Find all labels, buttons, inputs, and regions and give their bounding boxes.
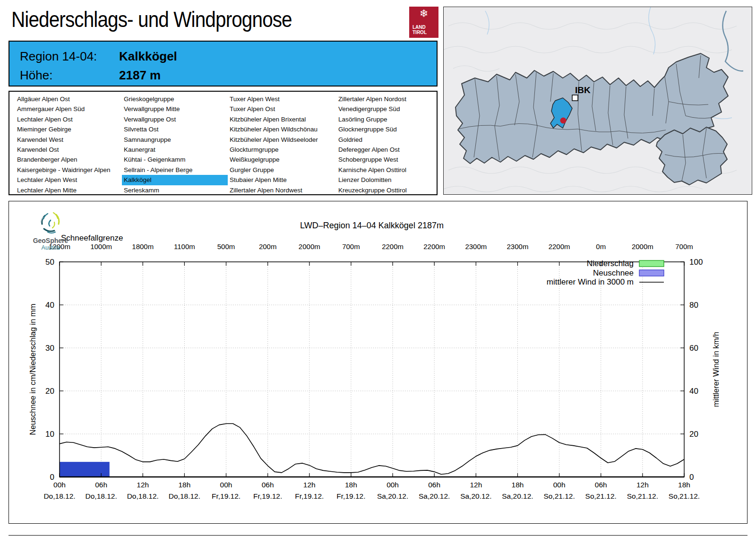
region-list-item[interactable]: Sellrain - Alpeiner Berge [122, 165, 228, 175]
svg-text:Niederschlag: Niederschlag [587, 259, 634, 268]
region-list-item[interactable]: Mieminger Gebirge [15, 124, 122, 134]
svg-text:700m: 700m [675, 242, 693, 251]
region-list-item[interactable]: Brandenberger Alpen [15, 155, 122, 164]
region-list-item[interactable]: Deferegger Alpen Ost [336, 145, 433, 155]
region-list-item[interactable]: Lechtaler Alpen West [15, 175, 122, 185]
region-list-item[interactable]: Gurgler Gruppe [228, 165, 335, 175]
region-list-item[interactable]: Goldried [336, 135, 433, 145]
svg-text:18hSa,20.12.: 18hSa,20.12. [502, 481, 533, 500]
svg-text:00hSa,20.12.: 00hSa,20.12. [377, 481, 408, 500]
svg-text:06hFr,19.12.: 06hFr,19.12. [253, 481, 282, 500]
svg-text:10: 10 [45, 430, 54, 439]
region-list-item[interactable]: Kalkkögel [122, 175, 228, 185]
region-list-column-3: Tuxer Alpen WestTuxer Alpen OstKitzbühel… [228, 94, 335, 195]
svg-text:12hFr,19.12.: 12hFr,19.12. [295, 481, 324, 500]
region-list-item[interactable]: Kaunergrat [122, 145, 228, 155]
svg-text:20: 20 [689, 430, 698, 439]
region-list-item[interactable]: Zillertaler Alpen Nordwest [228, 185, 335, 195]
geosphere-logo-icon [38, 211, 63, 235]
svg-text:18hDo,18.12.: 18hDo,18.12. [169, 481, 200, 500]
forecast-chart-panel: 0102030405002040608010000hDo,18.12.06hDo… [9, 201, 747, 524]
region-list-item[interactable]: Silvretta Ost [122, 124, 228, 134]
svg-text:12hSa,20.12.: 12hSa,20.12. [460, 481, 491, 500]
region-list-item[interactable]: Glocknergruppe Süd [336, 124, 433, 134]
land-tirol-logo: ❄ LAND TIROL [409, 7, 438, 38]
region-list-item[interactable]: Samnaungruppe [122, 135, 228, 145]
svg-text:mittlerer Wind in km/h: mittlerer Wind in km/h [712, 332, 720, 407]
region-list-item[interactable]: Grieskogelgruppe [122, 94, 228, 104]
geosphere-name: GeoSphere [22, 237, 79, 244]
svg-text:20: 20 [45, 387, 54, 396]
svg-text:06hDo,18.12.: 06hDo,18.12. [86, 481, 117, 500]
region-list-item[interactable]: Kühtai - Geigenkamm [122, 155, 228, 164]
svg-text:1800m: 1800m [132, 242, 154, 251]
region-list-item[interactable]: Zillertaler Alpen Nordost [336, 94, 433, 104]
region-list-item[interactable]: Karwendel West [15, 135, 122, 145]
region-list-item[interactable]: Tuxer Alpen West [228, 94, 335, 104]
svg-text:18hSo,21.12.: 18hSo,21.12. [669, 481, 700, 500]
svg-text:500m: 500m [217, 242, 235, 251]
forecast-chart-svg: 0102030405002040608010000hDo,18.12.06hDo… [9, 201, 747, 523]
svg-text:1000m: 1000m [90, 242, 112, 251]
svg-text:30: 30 [45, 344, 54, 353]
region-list-item[interactable]: Karnische Alpen Osttirol [336, 165, 433, 175]
tirol-region-map[interactable]: IBK [443, 7, 752, 195]
region-list-item[interactable]: Venedigergruppe Süd [336, 104, 433, 114]
region-list-item[interactable]: Lechtaler Alpen Mitte [15, 185, 122, 195]
region-list-item[interactable]: Verwallgruppe Ost [122, 114, 228, 124]
svg-text:200m: 200m [259, 242, 277, 251]
svg-text:2300m: 2300m [507, 242, 529, 251]
region-list-item[interactable]: Kitzbüheler Alpen Brixental [228, 114, 335, 124]
region-list-item[interactable]: Lienzer Dolomitten [336, 175, 433, 185]
svg-text:12hDo,18.12.: 12hDo,18.12. [127, 481, 159, 500]
region-list-column-1: Allgäuer Alpen OstAmmergauer Alpen SüdLe… [15, 94, 122, 195]
region-list-column-2: GrieskogelgruppeVerwallgruppe MitteVerwa… [122, 94, 228, 195]
svg-text:700m: 700m [342, 242, 360, 251]
region-list-item[interactable]: Verwallgruppe Mitte [122, 104, 228, 114]
elevation-value: 2187 m [119, 68, 161, 83]
station-marker-dot [560, 118, 567, 124]
svg-text:06hSo,21.12.: 06hSo,21.12. [585, 481, 617, 500]
ibk-city-label: IBK [575, 85, 591, 95]
svg-text:2200m: 2200m [382, 242, 404, 251]
land-tirol-logo-text: LAND TIROL [412, 25, 427, 35]
region-list-item[interactable]: Lasörling Gruppe [336, 114, 433, 124]
region-list-item[interactable]: Weißkugelgruppe [228, 155, 335, 164]
region-list: Allgäuer Alpen OstAmmergauer Alpen SüdLe… [9, 91, 438, 195]
region-list-item[interactable]: Allgäuer Alpen Ost [15, 94, 122, 104]
region-list-item[interactable]: Karwendel Ost [15, 145, 122, 155]
svg-text:mittlerer Wind in 3000 m: mittlerer Wind in 3000 m [547, 277, 634, 286]
svg-text:40: 40 [689, 387, 698, 396]
svg-text:0m: 0m [596, 242, 606, 251]
region-list-item[interactable]: Glockturmgruppe [228, 145, 335, 155]
region-list-item[interactable]: Kaisergebirge - Waidringer Alpen [15, 165, 122, 175]
svg-text:2300m: 2300m [465, 242, 487, 251]
region-list-item[interactable]: Stubaier Alpen Mitte [228, 175, 335, 185]
region-list-item[interactable]: Schobergruppe West [336, 155, 433, 164]
region-label: Region 14-04: [20, 49, 97, 64]
svg-text:40: 40 [45, 301, 54, 310]
region-list-item[interactable]: Lechtaler Alpen Ost [15, 114, 122, 124]
svg-text:1100m: 1100m [174, 242, 195, 251]
region-list-item[interactable]: Serleskamm [122, 185, 228, 195]
svg-text:2000m: 2000m [632, 242, 653, 251]
svg-text:60: 60 [689, 344, 698, 353]
svg-text:2200m: 2200m [549, 242, 570, 251]
region-list-item[interactable]: Kreuzeckgruppe Osttirol [336, 185, 433, 195]
svg-text:00hDo,18.12.: 00hDo,18.12. [43, 481, 75, 500]
elevation-label: Höhe: [20, 68, 52, 83]
svg-text:00hSo,21.12.: 00hSo,21.12. [543, 481, 575, 500]
footer-divider [9, 535, 747, 536]
svg-text:06hSa,20.12.: 06hSa,20.12. [419, 481, 450, 500]
region-list-item[interactable]: Kitzbüheler Alpen Wildschönau [228, 124, 335, 134]
east-tirol-regions[interactable] [656, 127, 727, 185]
region-list-item[interactable]: Ammergauer Alpen Süd [15, 104, 122, 114]
selected-region-banner: Region 14-04: Kalkkögel Höhe: 2187 m [9, 41, 438, 87]
region-list-item[interactable]: Kitzbüheler Alpen Wildseeloder [228, 135, 335, 145]
svg-text:50: 50 [45, 258, 54, 267]
svg-text:12hSo,21.12.: 12hSo,21.12. [627, 481, 658, 500]
map-svg: IBK [444, 7, 752, 194]
svg-text:2200m: 2200m [423, 242, 445, 251]
svg-text:2000m: 2000m [299, 242, 320, 251]
region-list-item[interactable]: Tuxer Alpen Ost [228, 104, 335, 114]
